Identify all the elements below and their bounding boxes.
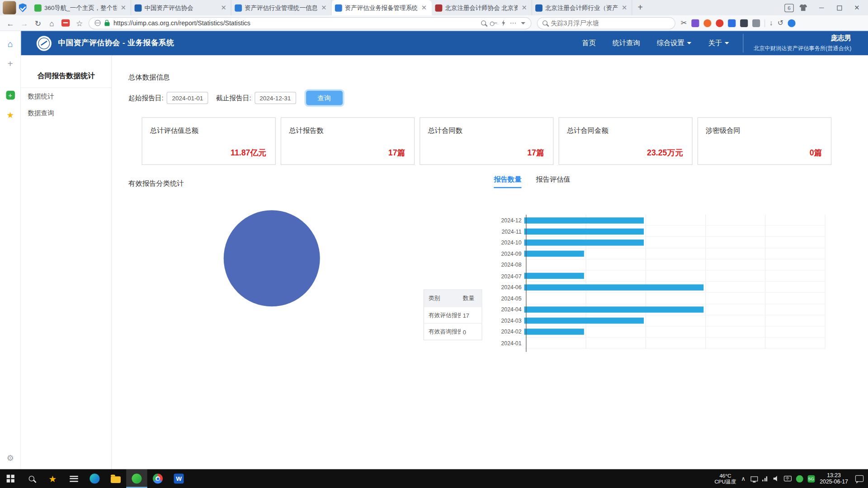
tab-360-nav[interactable]: 360导航_一个主页，整个世界 ✕ xyxy=(31,0,132,15)
maximize-button[interactable] xyxy=(830,0,848,15)
tray-green-shield-icon[interactable] xyxy=(796,475,803,482)
cpu-temp-readout[interactable]: 46°C CPU温度 xyxy=(714,472,736,485)
close-button[interactable]: ✕ xyxy=(848,0,866,15)
tab-label: 北京注册会计师协会 北京资产 xyxy=(445,4,517,12)
sidebar-item-data-statistics[interactable]: 数据统计 xyxy=(21,88,112,105)
tab-close-icon[interactable]: ✕ xyxy=(520,4,528,12)
downloads-icon[interactable]: ↓ xyxy=(769,19,773,27)
tab-favicon xyxy=(435,4,442,11)
refresh-icon[interactable]: ↻ xyxy=(31,16,45,29)
sidebar-item-data-query[interactable]: 数据查询 xyxy=(21,104,112,121)
tray-expand-icon[interactable]: ∧ xyxy=(741,475,745,482)
favorites-icon[interactable] xyxy=(59,16,73,29)
dropdown-caret-icon[interactable] xyxy=(521,22,525,24)
windows-logo-icon xyxy=(7,475,14,483)
puzzle-extensions-icon[interactable] xyxy=(752,19,760,27)
browser-search-box[interactable] xyxy=(537,17,675,29)
user-block[interactable]: 庞志男 北京中财润达资产评估事务所(普通合伙) xyxy=(743,34,868,53)
tab-report-value[interactable]: 报告评估值 xyxy=(536,175,571,188)
tab-industry-platform[interactable]: 资产评估行业管理统一信息平 ✕ xyxy=(231,0,332,15)
app-title: 中国资产评估协会 - 业务报备系统 xyxy=(58,38,175,48)
taskbar-explorer-icon[interactable] xyxy=(105,469,127,488)
tab-favicon xyxy=(34,4,42,11)
stat-value: 23.25万元 xyxy=(647,148,683,158)
tab-close-icon[interactable]: ✕ xyxy=(420,4,428,12)
tray-network-icon[interactable] xyxy=(762,476,769,481)
back-icon[interactable]: ← xyxy=(3,16,17,29)
tray-5g-icon[interactable]: 5G xyxy=(807,475,815,482)
mail-icon[interactable] xyxy=(728,19,736,27)
history-undo-icon[interactable]: ↺ xyxy=(778,19,783,27)
table-header-row: 类别 数量 xyxy=(424,290,481,307)
app-header: 中国资产评估协会 - 业务报备系统 首页 统计查询 综合设置 关于 庞志男 北京… xyxy=(21,31,868,56)
column-header: 数量 xyxy=(461,294,482,302)
end-date-input[interactable] xyxy=(255,92,296,104)
bookmark-bar-icon[interactable]: ☆ xyxy=(72,16,86,29)
tab-bicpa[interactable]: 北京注册会计师协会 北京资产 ✕ xyxy=(432,0,532,15)
tray-ime-icon[interactable]: 中 xyxy=(784,476,792,481)
bar-row: 2024-05 xyxy=(494,293,825,304)
sync-icon[interactable] xyxy=(788,19,796,27)
new-tab-button[interactable]: + xyxy=(632,0,648,15)
password-manager-icon[interactable] xyxy=(490,21,497,25)
nav-statistics[interactable]: 统计查询 xyxy=(604,31,648,56)
strip-favorites-star-icon[interactable]: ★ xyxy=(6,111,14,120)
home-icon[interactable]: ⌂ xyxy=(45,16,59,29)
tray-volume-icon[interactable] xyxy=(773,476,779,481)
tab-close-icon[interactable]: ✕ xyxy=(320,4,328,12)
tab-close-icon[interactable]: ✕ xyxy=(621,4,628,12)
report-system-page: 中国资产评估协会 - 业务报备系统 首页 统计查询 综合设置 关于 庞志男 北京… xyxy=(21,31,868,469)
browser-user-avatar[interactable] xyxy=(3,1,16,14)
extension-grid-icon[interactable] xyxy=(691,19,699,27)
taskbar-360-browser-icon[interactable] xyxy=(126,469,147,488)
site-info-icon[interactable] xyxy=(94,20,100,26)
start-button[interactable] xyxy=(0,469,21,488)
more-actions-icon[interactable]: ⋯ xyxy=(510,19,517,27)
task-view-icon[interactable] xyxy=(63,469,85,488)
strip-home-icon[interactable]: ⌂ xyxy=(8,40,13,49)
date-filter-form: 起始报告日: 截止报告日: 查询 xyxy=(128,91,342,105)
tab-report-count[interactable]: 报告数量 xyxy=(494,175,521,188)
nav-label: 综合设置 xyxy=(657,38,684,48)
nav-settings[interactable]: 综合设置 xyxy=(648,31,700,56)
taskbar-word-icon[interactable]: W xyxy=(168,469,189,488)
extension-orange-icon[interactable] xyxy=(703,19,711,27)
table-row: 有效咨询报告 0 xyxy=(424,323,481,340)
browser-shield-logo-icon[interactable] xyxy=(19,3,27,12)
bar-row: 2024-07 xyxy=(494,271,825,282)
tray-display-icon[interactable] xyxy=(750,476,758,481)
taskbar-360-safe-icon[interactable]: ★ xyxy=(42,469,63,488)
screenshot-scissors-icon[interactable]: ✂ xyxy=(681,19,687,27)
url-text[interactable]: https://uimp.cas.org.cn/report/Statistic… xyxy=(113,19,477,26)
start-date-input[interactable] xyxy=(167,92,208,104)
tab-close-icon[interactable]: ✕ xyxy=(220,4,227,12)
taskbar-chrome-icon[interactable] xyxy=(147,469,169,488)
media-icon[interactable] xyxy=(740,19,748,27)
bar xyxy=(524,217,644,223)
tab-bicpa-industry[interactable]: 北京注册会计师行业（资产评 ✕ xyxy=(532,0,632,15)
address-bar[interactable]: https://uimp.cas.org.cn/report/Statistic… xyxy=(89,17,532,29)
strip-settings-gear-icon[interactable]: ⚙ xyxy=(6,454,14,463)
strip-plugin-icon[interactable]: + xyxy=(6,91,15,100)
nav-about[interactable]: 关于 xyxy=(700,31,737,56)
query-button[interactable]: 查询 xyxy=(306,91,343,105)
minimize-button[interactable]: ─ xyxy=(813,0,830,15)
notification-center-icon[interactable] xyxy=(855,475,863,482)
tab-favicon xyxy=(535,4,542,11)
speed-mode-badge[interactable]: 6 xyxy=(784,4,794,12)
taskbar: ★ W 46°C CPU温度 ∧ 中 5G 13:23 2025-06-17 xyxy=(0,469,868,488)
extension-red-icon[interactable] xyxy=(716,19,723,27)
search-input[interactable] xyxy=(551,19,670,26)
speed-boost-icon[interactable] xyxy=(501,19,506,26)
nav-home[interactable]: 首页 xyxy=(574,31,604,56)
tab-close-icon[interactable]: ✕ xyxy=(119,4,127,12)
strip-add-icon[interactable]: + xyxy=(8,60,13,69)
tab-report-system-active[interactable]: 资产评估业务报备管理系统 ✕ xyxy=(331,0,432,15)
tab-cas-home[interactable]: 中国资产评估协会 ✕ xyxy=(131,0,231,15)
forward-icon[interactable]: → xyxy=(17,16,31,29)
taskbar-clock[interactable]: 13:23 2025-06-17 xyxy=(820,472,848,486)
skin-theme-icon[interactable] xyxy=(799,5,807,11)
search-in-page-icon[interactable] xyxy=(481,20,486,25)
taskbar-edge-icon[interactable] xyxy=(84,469,105,488)
taskbar-search-icon[interactable] xyxy=(21,469,42,488)
